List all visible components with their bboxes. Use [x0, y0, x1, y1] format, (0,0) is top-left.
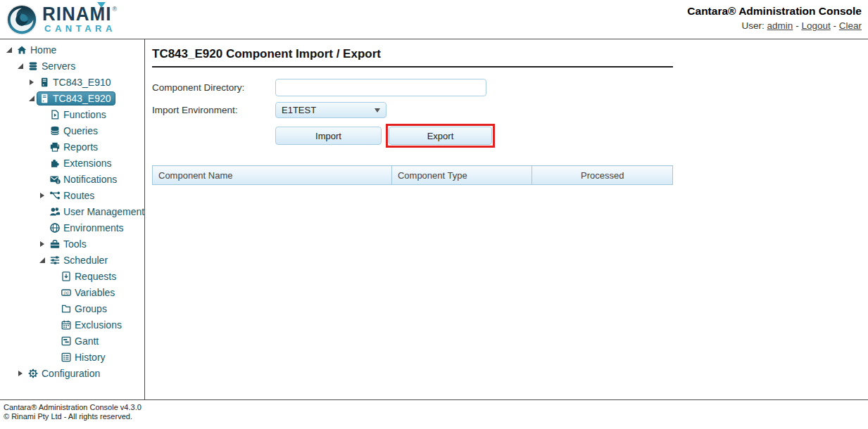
tree-node-label: TC843_E910 — [53, 77, 111, 88]
content-area: HomeServersTC843_E910TC843_E920Functions… — [0, 39, 868, 399]
tree-node-groups[interactable]: Groups — [58, 302, 111, 316]
sidebar-item-user-management[interactable]: User Management — [0, 203, 144, 219]
triangle-collapsed-icon — [30, 79, 34, 85]
tree-node-tc843-e910[interactable]: TC843_E910 — [37, 75, 115, 89]
tree-expand-toggle[interactable] — [37, 257, 47, 263]
footer-copyright: © Rinami Pty Ltd - All rights reserved. — [4, 412, 868, 421]
tree-node-label: Environments — [63, 222, 124, 233]
sidebar-item-servers[interactable]: Servers — [0, 58, 144, 74]
sidebar-item-tools[interactable]: Tools — [0, 236, 144, 252]
separator: - — [795, 20, 799, 31]
sidebar-item-history[interactable]: History — [0, 349, 144, 365]
rinami-logo-icon — [6, 4, 38, 36]
tree-node-label: Home — [30, 44, 56, 56]
sidebar-item-functions[interactable]: Functions — [0, 106, 144, 122]
tree-node-label: Notifications — [63, 174, 117, 185]
sidebar-item-environments[interactable]: Environments — [0, 219, 144, 236]
requests-icon — [61, 271, 72, 282]
triangle-expanded-icon — [6, 47, 12, 53]
tree-node-gantt[interactable]: Gantt — [58, 334, 103, 348]
triangle-collapsed-icon — [18, 371, 23, 376]
dropdown-arrow-icon — [375, 108, 380, 113]
import-environment-label: Import Environment: — [152, 105, 275, 115]
tree-node-label: Queries — [63, 125, 98, 136]
tree-node-tc843-e920[interactable]: TC843_E920 — [37, 91, 115, 105]
reports-icon — [49, 141, 61, 153]
triangle-expanded-icon — [29, 96, 34, 101]
tree-node-label: Routes — [63, 190, 94, 201]
variables-icon: (x) — [61, 287, 72, 298]
tree-node-servers[interactable]: Servers — [25, 59, 80, 73]
tree-node-label: Extensions — [63, 158, 111, 169]
tree-node-label: History — [75, 352, 106, 363]
tree-node-requests[interactable]: Requests — [58, 269, 120, 283]
tree-node-tools[interactable]: Tools — [47, 237, 91, 251]
tree-node-home[interactable]: Home — [14, 43, 61, 57]
app-window: RINAMI ® CANTARA Cantara® Administration… — [0, 0, 868, 429]
component-directory-row: Component Directory: — [152, 79, 673, 96]
tree-expand-toggle[interactable] — [27, 96, 37, 101]
tree-node-exclusions[interactable]: Exclusions — [58, 318, 126, 332]
tree-node-label: User Management — [63, 206, 144, 217]
navigation-tree: HomeServersTC843_E910TC843_E920Functions… — [0, 39, 145, 399]
logout-link[interactable]: Logout — [801, 20, 830, 31]
components-table: Component NameComponent TypeProcessed — [152, 165, 673, 185]
tree-node-reports[interactable]: Reports — [47, 140, 102, 154]
tree-node-label: Variables — [75, 287, 115, 298]
sidebar-item-scheduler[interactable]: Scheduler — [0, 252, 144, 268]
functions-icon — [49, 109, 61, 120]
tree-node-routes[interactable]: Routes — [47, 188, 99, 203]
tree-node-configuration[interactable]: Configuration — [25, 366, 104, 380]
sidebar-item-reports[interactable]: Reports — [0, 139, 144, 155]
sidebar-item-extensions[interactable]: Extensions — [0, 155, 144, 171]
tree-node-scheduler[interactable]: Scheduler — [47, 253, 112, 267]
tree-node-notifications[interactable]: Notifications — [47, 172, 121, 186]
clear-link[interactable]: Clear — [839, 20, 862, 31]
tree-expand-toggle[interactable] — [15, 371, 25, 376]
tree-node-label: TC843_E920 — [53, 93, 111, 104]
footer-version: Cantara® Administration Console v4.3.0 — [4, 403, 868, 412]
tree-node-user-management[interactable]: User Management — [47, 205, 145, 219]
page-title: TC843_E920 Component Import / Export — [152, 46, 673, 61]
tree-expand-toggle[interactable] — [15, 63, 25, 69]
sidebar-item-tc843-e910[interactable]: TC843_E910 — [0, 74, 144, 90]
tree-node-label: Servers — [42, 60, 75, 72]
sidebar-item-groups[interactable]: Groups — [0, 300, 144, 316]
tree-expand-toggle[interactable] — [37, 193, 47, 198]
sidebar-item-configuration[interactable]: Configuration — [0, 365, 144, 381]
export-highlight-box: Export — [386, 124, 495, 148]
import-button[interactable]: Import — [275, 127, 382, 145]
sidebar-item-notifications[interactable]: Notifications — [0, 171, 144, 187]
tree-node-history[interactable]: History — [58, 350, 110, 364]
sidebar-item-queries[interactable]: Queries — [0, 122, 144, 139]
sidebar-item-exclusions[interactable]: Exclusions — [0, 316, 144, 333]
tree-node-environments[interactable]: Environments — [47, 221, 128, 235]
tree-expand-toggle[interactable] — [27, 79, 37, 85]
import-environment-select[interactable]: E1TEST — [275, 102, 386, 118]
title-divider — [152, 66, 673, 68]
sidebar-item-requests[interactable]: Requests — [0, 268, 144, 284]
component-directory-input[interactable] — [275, 79, 486, 96]
groups-icon — [61, 303, 72, 314]
tree-node-functions[interactable]: Functions — [47, 108, 111, 122]
tree-expand-toggle[interactable] — [4, 47, 14, 53]
tree-expand-toggle[interactable] — [37, 241, 47, 247]
export-button[interactable]: Export — [389, 127, 492, 145]
server-icon — [39, 93, 50, 104]
top-header: RINAMI ® CANTARA Cantara® Administration… — [0, 0, 868, 39]
sidebar-item-routes[interactable]: Routes — [0, 187, 144, 203]
tree-node-queries[interactable]: Queries — [47, 124, 102, 138]
triangle-expanded-icon — [18, 63, 23, 69]
sidebar-item-variables[interactable]: (x)Variables — [0, 284, 144, 300]
sidebar-item-gantt[interactable]: Gantt — [0, 333, 144, 349]
column-header-component-type[interactable]: Component Type — [391, 166, 532, 185]
gantt-icon — [61, 335, 72, 347]
column-header-component-name[interactable]: Component Name — [153, 166, 392, 185]
configuration-icon — [27, 368, 39, 379]
sidebar-item-home[interactable]: Home — [0, 41, 144, 58]
sidebar-item-tc843-e920[interactable]: TC843_E920 — [0, 90, 144, 106]
tree-node-extensions[interactable]: Extensions — [47, 156, 115, 170]
column-header-processed[interactable]: Processed — [532, 166, 673, 185]
user-admin-link[interactable]: admin — [767, 20, 793, 31]
tree-node-variables[interactable]: (x)Variables — [58, 286, 119, 300]
